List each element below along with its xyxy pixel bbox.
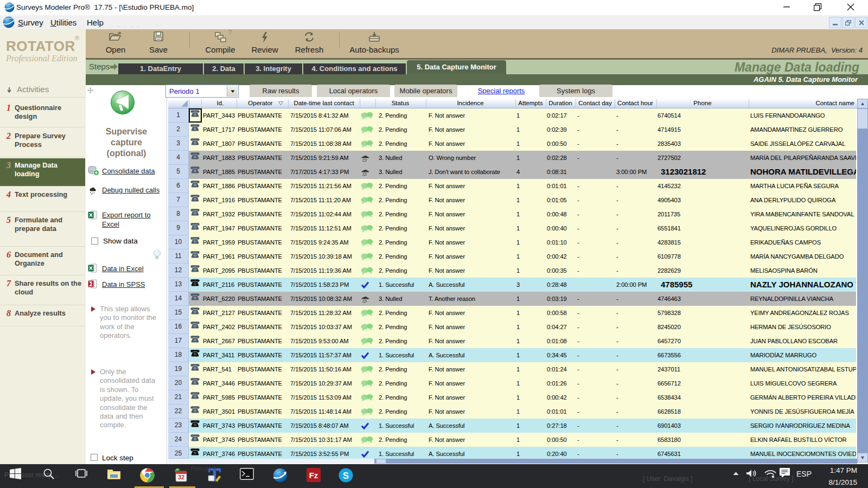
svg-text:32: 32 [178, 474, 184, 480]
svg-text:Fz: Fz [309, 471, 318, 480]
svg-text:S: S [343, 471, 349, 481]
